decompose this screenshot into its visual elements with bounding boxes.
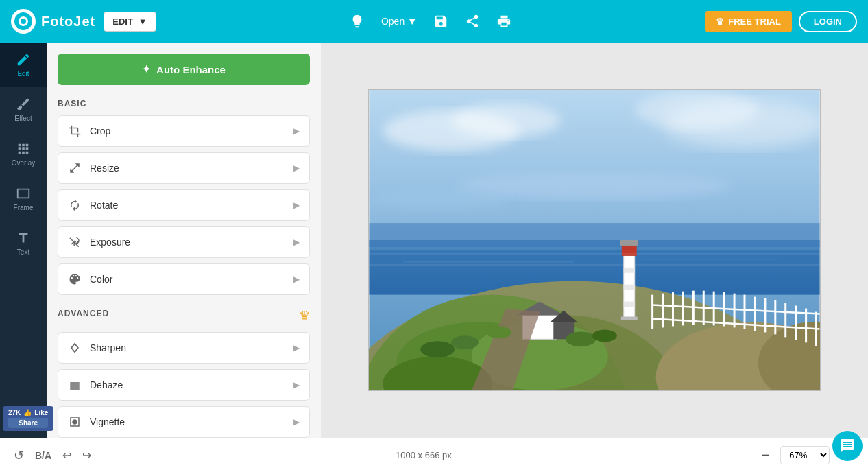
- sharpen-icon: [68, 341, 82, 355]
- compare-icon[interactable]: B/A: [35, 450, 51, 461]
- bottom-left-controls: ↺ B/A ↩ ↪: [14, 448, 91, 463]
- svg-rect-31: [620, 240, 638, 246]
- tool-vignette[interactable]: Vignette ▶: [58, 406, 310, 438]
- zoom-select[interactable]: 50% 67% 67% 75% 100% 150%: [780, 446, 830, 464]
- tip-icon-btn[interactable]: [350, 14, 365, 29]
- logo-circle: [11, 9, 36, 34]
- resize-icon: [68, 161, 82, 175]
- sidebar-item-effect[interactable]: Effect: [0, 87, 47, 132]
- svg-point-55: [566, 331, 596, 346]
- fb-like-label: Like: [34, 409, 48, 416]
- rotate-label: Rotate: [90, 200, 118, 211]
- svg-rect-13: [370, 223, 820, 247]
- vignette-icon: [68, 415, 82, 429]
- basic-section-title: BASIC: [58, 99, 310, 108]
- print-icon: [496, 14, 511, 29]
- sidebar-item-edit[interactable]: Edit: [0, 43, 47, 87]
- tool-sharpen-left: Sharpen: [68, 341, 126, 355]
- canvas-image: [368, 89, 821, 391]
- header-right: ♛ FREE TRIAL LOGIN: [705, 11, 857, 32]
- frame-icon: [16, 186, 31, 201]
- svg-point-54: [487, 326, 511, 338]
- tool-sharpen[interactable]: Sharpen ▶: [58, 332, 310, 364]
- print-button[interactable]: [496, 14, 511, 29]
- dropdown-arrow: ▼: [138, 16, 147, 27]
- tool-rotate[interactable]: Rotate ▶: [58, 189, 310, 221]
- rotate-chevron: ▶: [293, 200, 300, 210]
- facebook-widget: 27K 👍 Like Share: [3, 406, 53, 431]
- share-icon: [465, 14, 480, 29]
- overlay-icon: [16, 141, 31, 156]
- undo-icon[interactable]: ↩: [62, 449, 71, 462]
- svg-point-5: [451, 104, 560, 138]
- sidebar-item-text[interactable]: Text: [0, 221, 47, 266]
- exposure-chevron: ▶: [293, 237, 300, 247]
- open-button[interactable]: Open ▼: [381, 16, 417, 27]
- svg-point-2: [21, 19, 26, 24]
- refresh-icon[interactable]: ↺: [14, 448, 24, 463]
- auto-enhance-button[interactable]: ✦ Auto Enhance: [58, 54, 310, 85]
- header-left: FotoJet EDIT ▼: [11, 9, 156, 34]
- text-icon: [16, 231, 31, 246]
- svg-rect-29: [624, 302, 635, 307]
- fb-like-row: 27K 👍 Like: [8, 409, 48, 416]
- advanced-section: ADVANCED ♛ Sharpen ▶: [58, 306, 310, 438]
- tool-rotate-left: Rotate: [68, 198, 118, 212]
- header: FotoJet EDIT ▼ Open ▼: [0, 0, 868, 43]
- redo-icon[interactable]: ↪: [82, 449, 91, 462]
- crop-icon: [68, 124, 82, 138]
- svg-point-7: [636, 91, 758, 130]
- crop-label: Crop: [90, 126, 110, 137]
- dehaze-icon: [68, 378, 82, 392]
- sidebar-frame-label: Frame: [14, 204, 34, 211]
- sidebar-effect-label: Effect: [14, 115, 32, 122]
- fb-share-button[interactable]: Share: [8, 418, 48, 428]
- login-button[interactable]: LOGIN: [799, 11, 857, 32]
- chat-icon: [839, 438, 856, 454]
- resize-label: Resize: [90, 163, 119, 174]
- sidebar-edit-label: Edit: [17, 70, 29, 78]
- image-dimensions: 1000 x 666 px: [396, 450, 452, 460]
- vignette-chevron: ▶: [293, 417, 300, 427]
- tool-resize-left: Resize: [68, 161, 119, 175]
- exposure-icon: [68, 235, 82, 249]
- sidebar-text-label: Text: [17, 248, 29, 256]
- tool-crop-left: Crop: [68, 124, 110, 138]
- auto-enhance-label: Auto Enhance: [156, 64, 226, 75]
- edit-icon: [16, 52, 31, 67]
- tool-color[interactable]: Color ▶: [58, 263, 310, 295]
- sidebar-item-overlay[interactable]: Overlay: [0, 132, 47, 176]
- tool-resize[interactable]: Resize ▶: [58, 152, 310, 184]
- main-layout: Edit Effect Overlay Frame Text: [0, 43, 868, 438]
- tool-crop[interactable]: Crop ▶: [58, 115, 310, 147]
- svg-rect-32: [621, 316, 638, 320]
- fb-thumb-icon: 👍: [23, 409, 32, 416]
- dehaze-chevron: ▶: [293, 380, 300, 390]
- exposure-label: Exposure: [90, 237, 130, 248]
- save-button[interactable]: [433, 14, 448, 29]
- advanced-section-header: ADVANCED ♛: [58, 306, 310, 325]
- tool-exposure-left: Exposure: [68, 235, 130, 249]
- edit-label: EDIT: [112, 16, 133, 27]
- rotate-icon: [68, 198, 82, 212]
- chat-bubble-button[interactable]: [832, 431, 863, 461]
- tool-exposure[interactable]: Exposure ▶: [58, 226, 310, 258]
- share-button[interactable]: [465, 14, 480, 29]
- effect-icon: [16, 97, 31, 112]
- free-trial-label: FREE TRIAL: [728, 16, 781, 27]
- svg-point-53: [451, 335, 479, 349]
- tool-dehaze-left: Dehaze: [68, 378, 123, 392]
- tool-dehaze[interactable]: Dehaze ▶: [58, 369, 310, 401]
- sidebar-item-frame[interactable]: Frame: [0, 176, 47, 221]
- icon-sidebar: Edit Effect Overlay Frame Text: [0, 43, 47, 438]
- fb-share-label: Share: [19, 419, 38, 427]
- advanced-crown-icon: ♛: [299, 308, 310, 323]
- tool-vignette-left: Vignette: [68, 415, 125, 429]
- zoom-out-button[interactable]: −: [756, 445, 775, 466]
- svg-point-56: [592, 329, 617, 342]
- crop-chevron: ▶: [293, 126, 300, 136]
- crown-icon: ♛: [716, 16, 724, 27]
- free-trial-button[interactable]: ♛ FREE TRIAL: [705, 11, 792, 32]
- svg-point-52: [420, 341, 455, 357]
- edit-dropdown[interactable]: EDIT ▼: [104, 12, 156, 32]
